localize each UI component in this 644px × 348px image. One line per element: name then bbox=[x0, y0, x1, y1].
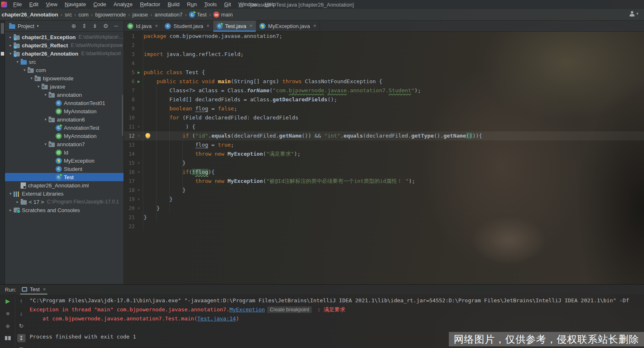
code-line-17[interactable]: 17 throw new MyException("被@Id注解标注的类中必须要… bbox=[124, 177, 644, 186]
menu-item-view[interactable]: View bbox=[42, 0, 61, 9]
tree-item-annotation[interactable]: ▾annotation bbox=[5, 91, 124, 99]
tree-item-id[interactable]: @Id bbox=[5, 148, 124, 156]
expand-all-icon[interactable]: ⇕ bbox=[79, 23, 90, 29]
fold-marker-icon[interactable]: ∧ bbox=[135, 204, 143, 213]
locate-icon[interactable]: ⊕ bbox=[68, 23, 79, 29]
restore-icon[interactable]: ↻ bbox=[17, 322, 26, 330]
code-line-15[interactable]: 15∧ } bbox=[124, 159, 644, 168]
collapse-all-icon[interactable]: ⇟ bbox=[90, 23, 100, 29]
breadcrumb-item-annotation7[interactable]: annotation7 bbox=[154, 12, 183, 18]
layout-icon[interactable] bbox=[4, 334, 12, 342]
tree-item-external-libraries[interactable]: ▾External Libraries bbox=[5, 189, 124, 198]
tree-item-student[interactable]: CStudent bbox=[5, 165, 124, 173]
tab-student-java[interactable]: CStudent.java× bbox=[161, 21, 213, 31]
menu-item-code[interactable]: Code bbox=[90, 0, 110, 9]
chevron-down-icon[interactable]: ▾ bbox=[21, 68, 28, 72]
chevron-down-icon[interactable]: ▾ bbox=[35, 84, 42, 89]
intention-bulb-icon[interactable] bbox=[145, 133, 150, 138]
close-icon[interactable]: × bbox=[155, 23, 158, 29]
tree-item-chapter25-reflect[interactable]: ▸chapter25_ReflectE:\idaeWorkplace\powe bbox=[5, 41, 124, 49]
tab-test-java[interactable]: C▶Test.java× bbox=[213, 21, 256, 31]
code-editor[interactable]: 1package com.bjpowernode.javase.annotati… bbox=[124, 32, 644, 284]
chevron-right-icon[interactable]: ▸ bbox=[7, 43, 14, 47]
code-line-16[interactable]: 16∨ if(!flog){ bbox=[124, 168, 644, 177]
hide-icon[interactable]: ─ bbox=[111, 23, 121, 29]
tree-item-annotationtest01[interactable]: CAnnotationTest01 bbox=[5, 99, 124, 107]
code-line-14[interactable]: 14 throw new MyException("满足要求"); bbox=[124, 149, 644, 159]
editor-area[interactable]: @Id.java×CStudent.java×C▶Test.java×↯MyEx… bbox=[124, 21, 644, 284]
up-icon[interactable]: ↑ bbox=[17, 297, 26, 305]
settings-icon[interactable]: ⚙ bbox=[100, 23, 112, 29]
menu-item-file[interactable]: File bbox=[9, 0, 26, 9]
tree-item-17[interactable]: ▸< 17 >C:\Program Files\Java\jdk-17.0.1 bbox=[5, 198, 124, 206]
menu-item-analyze[interactable]: Analyze bbox=[110, 0, 136, 9]
code-line-6[interactable]: 6▶ public static void main(String[] args… bbox=[124, 77, 644, 86]
tree-item-myexception[interactable]: ↯MyException bbox=[5, 156, 124, 165]
tab-myexception-java[interactable]: ↯MyException.java× bbox=[256, 21, 320, 31]
create-breakpoint-hint[interactable]: Create breakpoint bbox=[267, 306, 311, 313]
tree-item-src[interactable]: ▾src bbox=[5, 58, 124, 66]
code-line-3[interactable]: 3import java.lang.reflect.Field; bbox=[124, 50, 644, 59]
code-line-19[interactable]: 19∧ } bbox=[124, 195, 644, 204]
fold-marker-icon[interactable]: ∨ bbox=[135, 131, 143, 140]
menu-item-navigate[interactable]: Navigate bbox=[61, 0, 89, 9]
chevron-down-icon[interactable]: ▾ bbox=[42, 117, 49, 121]
tree-item-scratches-and-consoles[interactable]: ▸Scratches and Consoles bbox=[5, 206, 124, 214]
fold-marker-icon[interactable]: ∧ bbox=[135, 122, 143, 131]
coverage-dim-icon[interactable]: ◆ bbox=[4, 322, 12, 330]
chevron-down-icon[interactable]: ▾ bbox=[28, 76, 35, 80]
console-link[interactable]: MyException bbox=[229, 306, 265, 313]
rerun-icon[interactable]: ▶ bbox=[4, 297, 12, 305]
tree-item-javase[interactable]: ▾javase bbox=[5, 82, 124, 91]
code-line-12[interactable]: 12∨ if ("id".equals(declaredFiled.getNam… bbox=[124, 131, 644, 140]
menu-item-build[interactable]: Build bbox=[164, 0, 183, 9]
fold-marker-icon[interactable]: ∨ bbox=[135, 168, 143, 177]
run-tab-test[interactable]: Test × bbox=[20, 285, 47, 294]
code-line-20[interactable]: 20∧ } bbox=[124, 204, 644, 213]
fold-marker-icon[interactable]: ∧ bbox=[135, 195, 143, 204]
menu-item-refactor[interactable]: Refactor bbox=[136, 0, 164, 9]
code-with-me-widget[interactable]: ▾ bbox=[629, 11, 638, 16]
tree-item-annotationtest[interactable]: C▶AnnotationTest bbox=[5, 124, 124, 132]
chevron-down-icon[interactable]: ▾ bbox=[7, 192, 14, 196]
fold-marker-icon[interactable]: ∧ bbox=[135, 186, 143, 195]
code-line-4[interactable]: 4 bbox=[124, 59, 644, 68]
tree-item-annotation6[interactable]: ▾annotation6 bbox=[5, 115, 124, 124]
down-icon[interactable]: ↓ bbox=[17, 309, 26, 318]
tree-item-myannotation[interactable]: @MyAnnotation bbox=[5, 107, 124, 115]
breadcrumb-item-chapter26-annotation[interactable]: chapter26_Annotation bbox=[1, 12, 59, 18]
breadcrumb-item-test[interactable]: C▶Test bbox=[188, 12, 208, 18]
run-gutter-icon[interactable]: ▶ bbox=[135, 68, 143, 77]
code-line-10[interactable]: 10 for (Field declaredFiled: declaredFie… bbox=[124, 113, 644, 122]
tree-item-annotation7[interactable]: ▾annotation7 bbox=[5, 140, 124, 148]
chevron-right-icon[interactable]: ▸ bbox=[14, 200, 21, 204]
stop-dim-icon[interactable]: ■ bbox=[4, 309, 12, 318]
code-line-9[interactable]: 9 boolean flog = false; bbox=[124, 104, 644, 113]
chevron-down-icon[interactable]: ▾ bbox=[42, 142, 49, 146]
menu-item-edit[interactable]: Edit bbox=[26, 0, 42, 9]
tab-id-java[interactable]: @Id.java× bbox=[124, 21, 161, 31]
tree-item-chapter21-exception[interactable]: ▸chapter21_ExceptionE:\idaeWorkplace\po bbox=[5, 33, 124, 41]
code-line-18[interactable]: 18∧ } bbox=[124, 186, 644, 195]
tool-window-stripe[interactable] bbox=[0, 21, 5, 284]
chevron-right-icon[interactable]: ▸ bbox=[7, 208, 14, 212]
tree-item-bjpowernode[interactable]: ▾bjpowernode bbox=[5, 74, 124, 82]
tree-item-chapter26-annotation[interactable]: ▾chapter26_AnnotationE:\idaeWorkplace\ bbox=[5, 49, 124, 58]
code-line-5[interactable]: 5▶public class Test { bbox=[124, 68, 644, 77]
breadcrumb-item-src[interactable]: src bbox=[64, 12, 72, 18]
breadcrumb-item-javase[interactable]: javase bbox=[132, 12, 149, 18]
code-line-7[interactable]: 7 Class<?> aClass = Class.forName("com.b… bbox=[124, 86, 644, 95]
chevron-down-icon[interactable]: ▾ bbox=[42, 93, 49, 97]
chevron-down-icon[interactable]: ▾ bbox=[7, 51, 14, 56]
close-icon[interactable]: × bbox=[250, 23, 252, 29]
code-line-11[interactable]: 11∧ ) { bbox=[124, 122, 644, 131]
breadcrumb-item-bjpowernode[interactable]: bjpowernode bbox=[94, 12, 126, 18]
project-scrollbar[interactable] bbox=[122, 95, 123, 136]
console-link[interactable]: Test.java:14 bbox=[197, 315, 236, 322]
project-view-selector[interactable]: Project ▾ bbox=[9, 23, 39, 29]
run-gutter-icon[interactable]: ▶ bbox=[135, 77, 143, 86]
scroll-end-icon[interactable]: ↧ bbox=[17, 334, 26, 342]
tree-item-myannotation[interactable]: @MyAnnotation bbox=[5, 132, 124, 140]
close-icon[interactable]: × bbox=[43, 287, 46, 292]
breadcrumb-item-com[interactable]: com bbox=[78, 12, 90, 18]
